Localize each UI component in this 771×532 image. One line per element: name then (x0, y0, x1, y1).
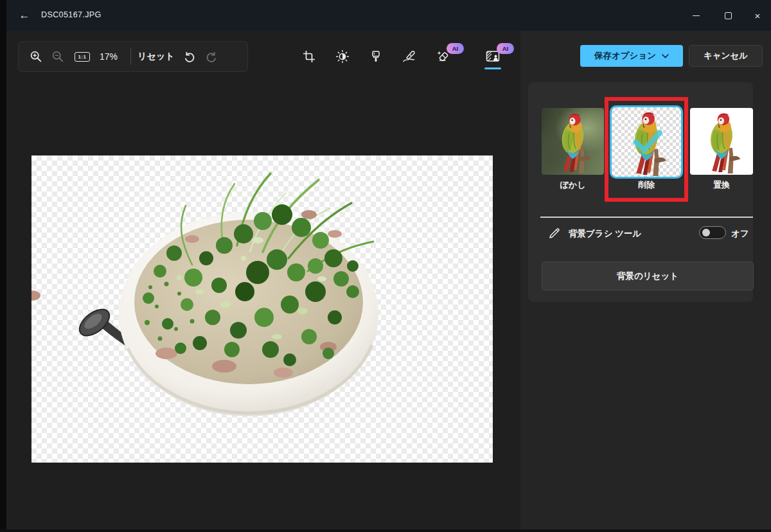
adjust-tool[interactable] (334, 41, 351, 72)
toggle-state-label: オフ (731, 228, 749, 240)
pencil-icon (548, 227, 561, 240)
generative-erase-tool[interactable]: AI (434, 41, 451, 72)
cancel-label: キャンセル (704, 50, 748, 62)
pho-bowl-cutout-image (31, 155, 493, 463)
ai-badge: AI (497, 43, 514, 54)
edit-canvas[interactable] (31, 155, 493, 463)
zoom-toolbar: 1:1 17% リセット (18, 41, 248, 72)
crop-tool[interactable] (301, 41, 317, 72)
filter-tool[interactable] (368, 41, 384, 72)
zoom-level: 17% (93, 45, 124, 68)
redo-button[interactable] (200, 45, 222, 68)
reset-background-label: 背景のリセット (617, 270, 678, 282)
back-icon[interactable]: ← (15, 8, 33, 23)
zoom-in-button[interactable] (25, 45, 47, 68)
background-tool-selected[interactable]: AI (484, 41, 501, 72)
close-button[interactable]: × (744, 5, 771, 26)
ai-badge: AI (447, 43, 464, 54)
titlebar: ← DSC05167.JPG × (0, 0, 771, 31)
brightness-icon (335, 49, 350, 64)
reset-button[interactable]: リセット (137, 45, 175, 68)
background-brush-toggle[interactable] (699, 226, 726, 239)
option-replace-label: 置換 (690, 179, 753, 191)
actual-size-button[interactable]: 1:1 (71, 45, 93, 68)
maximize-button[interactable] (714, 5, 741, 26)
parrot-blur-preview (542, 108, 604, 175)
close-icon: × (755, 10, 761, 21)
edit-tools: AI AI (301, 41, 501, 72)
minimize-icon (693, 15, 700, 16)
paint-brush-icon (369, 50, 382, 63)
redo-icon (205, 50, 218, 63)
toolbar-divider (130, 48, 131, 65)
reset-background-button[interactable]: 背景のリセット (542, 262, 754, 290)
option-blur-label: ぼかし (542, 179, 604, 191)
background-brush-tool-label: 背景ブラシ ツール (569, 228, 641, 240)
window-bottom-edge (0, 529, 771, 532)
option-blur-thumbnail[interactable] (542, 108, 604, 175)
toggle-knob (702, 229, 710, 236)
minimize-button[interactable] (682, 5, 709, 26)
zoom-out-icon (51, 50, 64, 63)
save-options-label: 保存オプション (594, 50, 656, 62)
reset-label: リセット (137, 51, 174, 62)
option-replace-thumbnail[interactable] (690, 108, 753, 175)
annotation-highlight-box (605, 97, 688, 202)
markup-tool[interactable] (401, 41, 418, 72)
zoom-percent-label: 17% (100, 51, 118, 62)
zoom-out-button[interactable] (47, 45, 69, 68)
window-title: DSC05167.JPG (41, 10, 102, 19)
one-to-one-icon: 1:1 (75, 52, 89, 62)
window-left-edge (0, 0, 6, 532)
undo-button[interactable] (179, 45, 200, 68)
panel-divider (540, 217, 753, 218)
maximize-icon (725, 12, 732, 19)
zoom-in-icon (30, 50, 42, 63)
chevron-down-icon (662, 54, 669, 58)
undo-icon (183, 50, 196, 63)
selected-tool-underline (484, 67, 501, 69)
pen-icon (402, 49, 417, 64)
save-options-button[interactable]: 保存オプション (580, 45, 683, 67)
cancel-button[interactable]: キャンセル (689, 45, 763, 67)
crop-icon (303, 50, 315, 63)
parrot-white-preview (690, 108, 753, 175)
